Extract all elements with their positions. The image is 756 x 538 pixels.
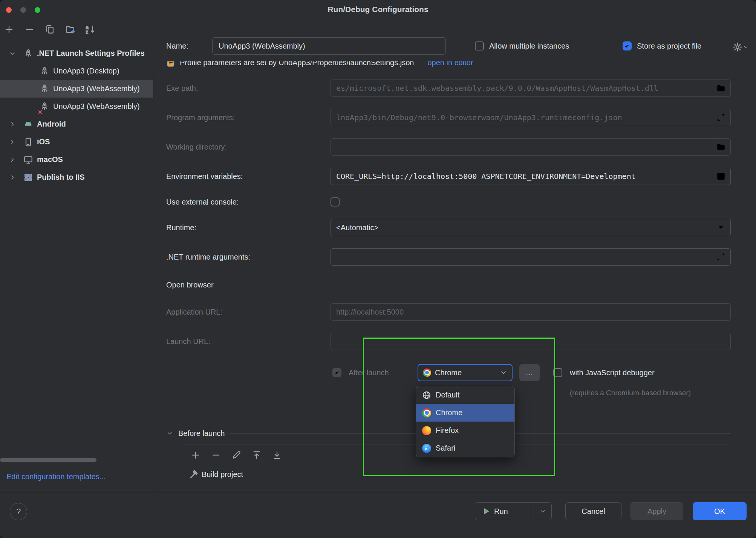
new-folder-icon[interactable] — [65, 24, 75, 35]
js-debugger-label[interactable]: with JavaScript debugger — [570, 364, 655, 381]
iis-icon — [23, 173, 33, 182]
browser-dropdown-popup: Default Chrome Firefox Safari — [416, 386, 515, 457]
edit-task-icon[interactable] — [231, 450, 242, 460]
chevron-down-icon — [500, 369, 507, 376]
configurations-sidebar: .NET Launch Settings Profiles UnoApp3 (D… — [0, 20, 153, 492]
js-debugger-checkbox[interactable] — [553, 368, 562, 377]
tree-item-android[interactable]: Android — [0, 115, 153, 133]
use-external-console-checkbox[interactable] — [331, 197, 340, 206]
program-arguments-field: lnoApp3/bin/Debug/net9.0-browserwasm/Uno… — [331, 109, 731, 126]
after-launch-checkbox[interactable] — [332, 368, 341, 377]
before-launch-section-title: Before launch — [178, 429, 225, 438]
launch-profile-icon — [40, 84, 49, 94]
dropdown-item-firefox[interactable]: Firefox — [416, 422, 514, 439]
tree-item-publish-to-iis[interactable]: Publish to IIS — [0, 168, 153, 186]
browser-select[interactable]: Chrome — [418, 364, 513, 381]
program-arguments-label: Program arguments: — [166, 109, 235, 126]
environment-variables-field[interactable]: CORE_URLS=http://localhost:5000 ASPNETCO… — [331, 168, 731, 185]
add-task-icon[interactable] — [190, 450, 201, 460]
run-options-chevron[interactable] — [534, 503, 551, 520]
build-project-task[interactable]: Build project — [184, 465, 731, 483]
gear-icon — [733, 42, 742, 52]
titlebar: Run/Debug Configurations — [0, 0, 756, 20]
store-settings-gear[interactable] — [733, 42, 748, 52]
application-url-label: Application URL: — [166, 303, 222, 321]
section-divider — [219, 285, 731, 285]
allow-multiple-instances-option: Allow multiple instances — [475, 41, 569, 50]
chevron-down-icon — [716, 223, 726, 232]
play-icon — [482, 507, 490, 515]
name-input[interactable]: UnoApp3 (WebAssembly) — [212, 37, 446, 55]
expand-icon — [716, 252, 726, 262]
chevron-right-icon[interactable] — [9, 139, 16, 145]
allow-multiple-instances-checkbox[interactable] — [475, 41, 484, 50]
name-label: Name: — [166, 37, 188, 55]
launch-url-label: Launch URL: — [166, 333, 210, 350]
working-directory-field — [331, 138, 731, 156]
environment-variables-label: Environment variables: — [166, 168, 243, 185]
runtime-label: Runtime: — [166, 219, 196, 236]
ok-button[interactable]: OK — [693, 502, 747, 520]
dropdown-item-safari[interactable]: Safari — [416, 439, 514, 457]
tree-item-unoapp3-desktop[interactable]: UnoApp3 (Desktop) — [0, 62, 153, 80]
tree-item-ios[interactable]: iOS — [0, 133, 153, 151]
folder-icon — [716, 83, 726, 93]
launch-settings-file-icon — [166, 61, 175, 67]
help-button[interactable]: ? — [10, 503, 27, 520]
chevron-down-icon[interactable] — [9, 50, 16, 57]
hammer-icon — [189, 469, 199, 479]
store-as-project-file-option: Store as project file — [623, 41, 701, 50]
launch-profile-error-icon — [40, 102, 49, 112]
runtime-select[interactable]: <Automatic> — [331, 219, 731, 236]
edit-configuration-templates-link[interactable]: Edit configuration templates... — [6, 472, 106, 481]
chevron-right-icon[interactable] — [9, 121, 16, 128]
store-as-project-file-checkbox[interactable] — [623, 41, 632, 50]
safari-icon — [422, 444, 431, 453]
js-debugger-hint: (requires a Chromium-based browser) — [570, 389, 691, 397]
horizontal-scrollbar[interactable] — [0, 458, 96, 462]
browse-browsers-button[interactable]: ... — [519, 364, 540, 381]
expand-icon — [716, 113, 726, 122]
copy-configuration-icon[interactable] — [44, 24, 55, 35]
folder-icon — [716, 142, 726, 152]
profile-parameters-banner: Profile parameters are set by UnoApp3/Pr… — [166, 61, 731, 72]
working-directory-label: Working directory: — [166, 138, 227, 156]
tree-item-dotnet-launch-profiles[interactable]: .NET Launch Settings Profiles — [0, 44, 153, 62]
move-task-up-icon[interactable] — [251, 450, 262, 460]
exe-path-field: es/microsoft.net.sdk.webassembly.pack/9.… — [331, 79, 731, 97]
apply-button: Apply — [631, 502, 683, 520]
move-task-down-icon[interactable] — [272, 450, 282, 460]
remove-task-icon[interactable] — [211, 450, 221, 460]
chevron-right-icon[interactable] — [9, 156, 16, 163]
open-browser-section: Open browser — [166, 280, 731, 290]
open-in-editor-link[interactable]: open in editor — [427, 61, 473, 67]
run-debug-configurations-dialog: az Run/Debug Configurations — [0, 0, 756, 538]
sort-configurations-icon[interactable] — [85, 24, 96, 35]
dotnet-runtime-arguments-field[interactable] — [331, 248, 731, 266]
cancel-button[interactable]: Cancel — [565, 502, 621, 520]
chevron-right-icon[interactable] — [9, 174, 16, 181]
launch-profile-icon — [23, 49, 33, 58]
dropdown-item-chrome[interactable]: Chrome — [416, 404, 514, 422]
sidebar-toolbar — [4, 24, 96, 35]
error-badge-icon — [38, 108, 43, 113]
environment-list-icon[interactable] — [716, 171, 726, 181]
globe-icon — [422, 391, 431, 400]
add-configuration-icon[interactable] — [4, 24, 14, 35]
chevron-down-icon — [539, 508, 546, 515]
exe-path-label: Exe path: — [166, 79, 198, 97]
macos-icon — [23, 155, 33, 165]
window-title: Run/Debug Configurations — [0, 5, 756, 14]
remove-configuration-icon[interactable] — [24, 24, 35, 35]
tree-item-unoapp3-webassembly[interactable]: UnoApp3 (WebAssembly) — [0, 80, 153, 98]
run-button[interactable]: Run — [475, 503, 534, 520]
after-launch-label[interactable]: After launch — [349, 364, 389, 381]
tree-item-unoapp3-webassembly-error[interactable]: UnoApp3 (WebAssembly) — [0, 98, 153, 115]
chevron-down-icon[interactable] — [166, 430, 173, 437]
open-browser-section-title: Open browser — [166, 281, 214, 289]
dropdown-item-default[interactable]: Default — [416, 386, 514, 404]
use-external-console-label: Use external console: — [166, 193, 239, 211]
tree-item-macos[interactable]: macOS — [0, 151, 153, 168]
sidebar-divider — [153, 20, 153, 492]
dialog-footer: ? Run Cancel Apply OK — [0, 492, 756, 538]
